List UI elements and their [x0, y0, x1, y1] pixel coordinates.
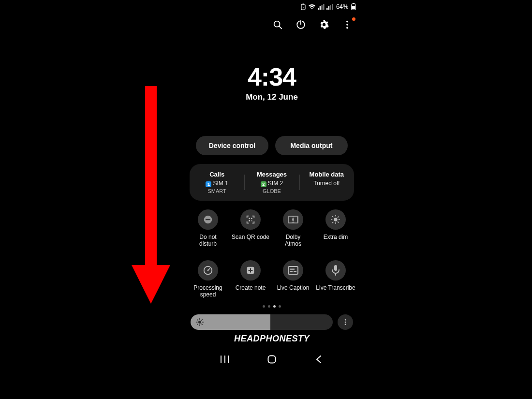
back-icon: [315, 355, 323, 364]
clock-date: Mon, 12 June: [182, 92, 362, 102]
home-icon: [267, 355, 277, 364]
power-icon: [296, 19, 306, 30]
tile-label: Dolby Atmos: [272, 234, 314, 248]
watermark-text: HEADPHONESTY: [182, 334, 362, 344]
more-vert-icon: [342, 19, 353, 30]
brightness-more-button[interactable]: [338, 314, 353, 330]
note-plus-icon: [245, 265, 256, 276]
sim-calls-simlabel: SIM 1: [213, 180, 228, 187]
tile-label: Processing speed: [187, 284, 229, 298]
caption-icon: [287, 266, 299, 275]
nav-recents-button[interactable]: [218, 353, 232, 366]
svg-point-22: [346, 24, 348, 26]
nav-home-button[interactable]: [265, 353, 279, 366]
svg-point-43: [207, 269, 209, 271]
sim-messages-column[interactable]: Messages 2SIM 2 GLOBE: [244, 171, 299, 194]
tile-label: Extra dim: [314, 234, 357, 240]
panel-toolbar: [182, 10, 362, 30]
brightness-icon: [195, 318, 204, 326]
sim-data-column[interactable]: Mobile data Turned off: [299, 171, 354, 194]
power-button[interactable]: [295, 19, 307, 30]
battery-icon: [351, 3, 356, 10]
settings-button[interactable]: [318, 19, 330, 30]
clock-section: 4:34 Mon, 12 June: [182, 62, 362, 102]
nav-back-button[interactable]: [312, 353, 325, 366]
svg-rect-3: [302, 3, 304, 4]
svg-rect-50: [290, 268, 295, 269]
battery-percent: 64%: [336, 3, 348, 10]
tile-scan-qr[interactable]: Scan QR code: [229, 209, 272, 248]
sim-calls-carrier: SMART: [190, 188, 244, 194]
signal-icon-2: [326, 4, 333, 10]
media-output-button[interactable]: Media output: [275, 136, 348, 155]
svg-rect-10: [330, 5, 331, 10]
search-icon: [272, 19, 283, 30]
svg-point-32: [334, 218, 337, 221]
qr-icon: [245, 214, 256, 225]
page-indicator: [182, 305, 362, 308]
tile-label: Scan QR code: [229, 234, 272, 240]
tile-create-note[interactable]: Create note: [229, 260, 272, 298]
swipe-down-arrow-annotation: [132, 86, 170, 304]
sim-data-state: Turned off: [299, 180, 354, 187]
gear-icon: [319, 19, 329, 30]
tile-extra-dim[interactable]: Extra dim: [314, 209, 357, 248]
dnd-icon: [203, 214, 213, 225]
sim-messages-simlabel: SIM 2: [268, 180, 283, 187]
tile-live-caption[interactable]: Live Caption: [272, 260, 314, 298]
notification-dot: [352, 17, 355, 21]
svg-line-61: [202, 319, 203, 320]
svg-rect-29: [251, 220, 251, 221]
svg-rect-4: [318, 8, 319, 10]
svg-rect-25: [206, 219, 210, 220]
svg-line-16: [279, 26, 281, 29]
tile-label: Live Transcribe: [314, 284, 357, 291]
device-control-button[interactable]: Device control: [196, 136, 268, 155]
mic-icon: [331, 265, 340, 276]
svg-rect-51: [334, 265, 337, 271]
svg-rect-30: [251, 221, 252, 221]
tile-dolby-atmos[interactable]: Dolby Atmos: [272, 209, 314, 248]
sim-messages-carrier: GLOBE: [244, 188, 299, 194]
svg-rect-9: [328, 6, 330, 10]
search-button[interactable]: [272, 19, 283, 30]
svg-point-63: [345, 321, 346, 323]
svg-rect-6: [321, 5, 323, 10]
svg-point-23: [346, 27, 348, 29]
quick-tiles-grid: Do not disturb Scan QR code Dolby Atmos …: [182, 209, 362, 298]
sim-messages-title: Messages: [244, 171, 299, 178]
sim-calls-column[interactable]: Calls 1SIM 1 SMART: [190, 171, 244, 194]
svg-marker-1: [132, 265, 170, 304]
svg-rect-48: [290, 271, 293, 272]
tile-label: Live Caption: [272, 284, 314, 291]
svg-point-21: [346, 21, 348, 23]
brightness-slider[interactable]: [191, 314, 333, 330]
svg-rect-5: [320, 6, 321, 10]
recents-icon: [220, 355, 230, 364]
phone-screen: 64% 4:34 Mon, 12 June Device control Med…: [182, 0, 362, 399]
svg-rect-49: [294, 271, 296, 272]
tile-processing-speed[interactable]: Processing speed: [187, 260, 229, 298]
tile-label: Create note: [229, 284, 272, 291]
svg-rect-68: [268, 355, 275, 363]
tile-live-transcribe[interactable]: Live Transcribe: [314, 260, 357, 298]
svg-line-38: [338, 222, 339, 223]
clock-time: 4:34: [182, 62, 362, 91]
svg-line-60: [197, 324, 198, 325]
svg-point-53: [198, 321, 201, 324]
svg-rect-14: [352, 6, 355, 10]
sim-status-card[interactable]: Calls 1SIM 1 SMART Messages 2SIM 2 GLOBE…: [190, 164, 354, 201]
wifi-icon: [308, 4, 316, 10]
gauge-icon: [203, 265, 213, 276]
svg-point-64: [345, 324, 346, 325]
svg-line-40: [338, 216, 339, 217]
svg-rect-11: [332, 4, 333, 10]
battery-saver-icon: [300, 3, 306, 10]
tile-label: Do not disturb: [187, 234, 229, 248]
tile-do-not-disturb[interactable]: Do not disturb: [187, 209, 229, 248]
more-button[interactable]: [341, 19, 353, 30]
svg-rect-27: [251, 218, 252, 219]
svg-line-37: [332, 216, 333, 217]
signal-icon-1: [318, 4, 325, 10]
svg-point-62: [345, 319, 346, 321]
